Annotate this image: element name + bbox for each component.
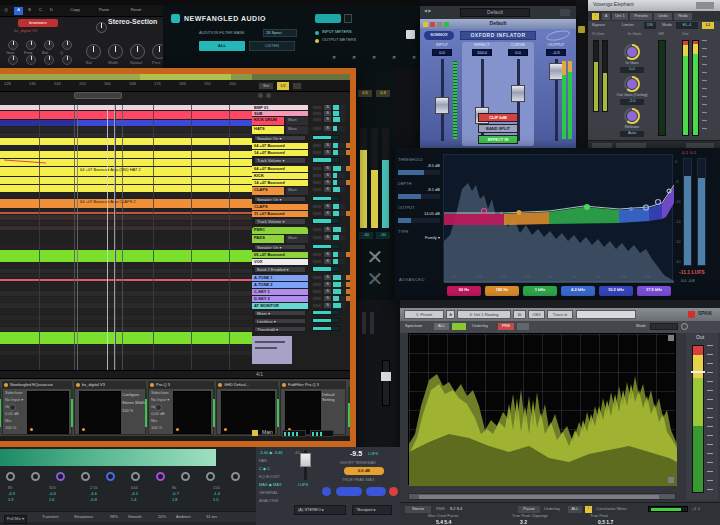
clip-lane[interactable]: 64 +07 Bounced Anja (180) HAT 2: [0, 167, 252, 176]
eq-node-blue[interactable]: [629, 207, 633, 211]
soothe-control-2[interactable]: Sharpness: [74, 515, 93, 520]
elephant-toolbar-2[interactable]: Unt 1: [612, 13, 628, 20]
nf-band-handle[interactable]: ✕: [392, 55, 396, 61]
device-plugin-screen[interactable]: [27, 391, 69, 434]
ab-button-grey[interactable]: [437, 22, 442, 27]
delta-gradient-bar[interactable]: [0, 449, 216, 466]
clip-lane[interactable]: [0, 133, 252, 137]
nf-badge[interactable]: [315, 14, 341, 23]
span-pause-pill[interactable]: Pause: [518, 506, 540, 513]
ab-button-green[interactable]: [444, 22, 449, 27]
clip-lane[interactable]: [0, 291, 252, 296]
nf-band-handle[interactable]: ✕: [372, 55, 376, 61]
track-header[interactable]: A-TONE 1: [252, 275, 308, 281]
inflator-button-bandsplit[interactable]: BAND SPLIT: [478, 124, 518, 133]
elephant-knob-1[interactable]: [624, 76, 640, 92]
device-param[interactable]: Mix: [5, 419, 25, 424]
clip-lane[interactable]: [0, 282, 252, 290]
clip-lane[interactable]: [0, 309, 252, 314]
track-solo-button[interactable]: S: [324, 296, 331, 301]
track-value-box[interactable]: [312, 235, 322, 240]
clip-lane[interactable]: [0, 215, 252, 220]
automation-lane-button[interactable]: [346, 289, 350, 294]
device-param[interactable]: No Input ▾: [151, 398, 171, 403]
track-value-box[interactable]: [312, 173, 322, 178]
clip-lane[interactable]: [0, 356, 252, 370]
automation-lane-button[interactable]: [346, 296, 350, 301]
device-power-led[interactable]: [150, 383, 154, 387]
track-solo-button[interactable]: S: [324, 227, 331, 232]
band-node-circle[interactable]: [131, 472, 140, 481]
bx-small-knob[interactable]: [44, 55, 54, 65]
elephant-bypass-label[interactable]: Bypass: [592, 23, 605, 28]
bx-big-knob[interactable]: [86, 44, 101, 59]
bx-toolbar-d[interactable]: D: [47, 7, 56, 15]
track-value-box[interactable]: [312, 227, 322, 232]
eq-node-green[interactable]: [584, 204, 590, 210]
clip-lane[interactable]: [0, 111, 252, 119]
track-header[interactable]: PADS: [252, 235, 284, 243]
elephant-titlebar[interactable]: Voxengo Elephant: [588, 0, 720, 11]
clip-lane[interactable]: [0, 279, 252, 281]
reference-select[interactable]: *Beatport ▸: [352, 505, 392, 515]
device-chooser[interactable]: Speaker On ▾: [254, 196, 306, 202]
clip-lane[interactable]: [0, 269, 252, 273]
track-group-header[interactable]: PERC: [252, 227, 308, 234]
device[interactable]: Newfangled EQuivocateSidechainNo Input ▾…: [2, 381, 72, 435]
elephant-ds-button[interactable]: DS: [644, 22, 656, 29]
track-header[interactable]: 05 +07 Bounced: [252, 252, 308, 258]
bx-toolbar-paste[interactable]: Paste: [92, 7, 116, 15]
device-chooser[interactable]: Track Volume ▾: [254, 218, 306, 225]
inflator-fader-handle[interactable]: [549, 63, 563, 80]
span-host-preset-box[interactable]: [576, 310, 636, 319]
clip-lane[interactable]: [0, 327, 252, 331]
clip-lane[interactable]: [0, 138, 252, 145]
nf-tab-listen[interactable]: LISTEN: [249, 41, 295, 51]
screen-edit-dot[interactable]: [176, 428, 179, 431]
automation-lane-button[interactable]: [346, 166, 350, 171]
clip-lane[interactable]: [0, 351, 252, 355]
soothe-control-5[interactable]: 20%: [158, 515, 166, 520]
track-header[interactable]: 11 +07 Bounced: [252, 211, 308, 217]
bx-small-knob[interactable]: [8, 40, 18, 50]
track-solo-button[interactable]: S: [324, 150, 331, 155]
bx-small-knob[interactable]: [62, 55, 72, 65]
device-right-label[interactable]: Configure: [122, 393, 146, 398]
eq-slider-track[interactable]: [398, 170, 440, 175]
automation-lane-button[interactable]: [346, 180, 350, 185]
span-scroll-up-icon[interactable]: [668, 335, 674, 341]
soothe-control-3[interactable]: 98%: [110, 515, 118, 520]
device-chooser[interactable]: Track Volume ▾: [254, 157, 306, 164]
track-header[interactable]: CLAPS: [252, 187, 284, 195]
device-param[interactable]: Sidechain: [5, 391, 25, 396]
span-all-button[interactable]: ALL: [434, 323, 449, 330]
device-titlebar[interactable]: bx_digital V3: [75, 382, 145, 389]
band-node-circle[interactable]: [206, 472, 215, 481]
device-power-led[interactable]: [218, 383, 222, 387]
track-solo-button[interactable]: S: [324, 143, 331, 148]
span-host-control-5[interactable]: Trace st: [547, 310, 573, 319]
device-chooser[interactable]: Speaker On ▾: [254, 135, 306, 141]
inflator-host-preset[interactable]: Default: [460, 8, 530, 17]
bx-small-knob[interactable]: [8, 55, 18, 65]
bx-toolbar-b[interactable]: B: [25, 7, 34, 15]
track-solo-button[interactable]: S: [324, 117, 331, 122]
ab-button-yellow[interactable]: [423, 22, 428, 27]
span-host-control-3[interactable]: 4k: [513, 310, 526, 319]
clip-lane[interactable]: [0, 244, 252, 249]
soothe-control-6[interactable]: Ambient: [176, 515, 191, 520]
lufs-fader-handle[interactable]: [300, 453, 311, 467]
device-chooser[interactable]: Limitless ▾: [254, 318, 306, 324]
band-node-circle[interactable]: [181, 472, 190, 481]
dim-button[interactable]: [366, 487, 386, 496]
track-header[interactable]: D-SKY 2: [252, 296, 308, 302]
device-plugin-screen[interactable]: [221, 391, 275, 434]
device-titlebar[interactable]: Pro-Q 3: [149, 382, 213, 389]
track-value-box[interactable]: [312, 117, 322, 122]
eq-band-button-3[interactable]: 1 kHz: [523, 286, 557, 296]
track-value-box[interactable]: [312, 252, 322, 257]
track-header[interactable]: KICK: [252, 173, 308, 179]
clear-button[interactable]: [389, 487, 398, 496]
eq-band-button-1[interactable]: 60 Hz: [447, 286, 481, 296]
output-select[interactable]: (A) STEREO ▸: [294, 505, 346, 515]
